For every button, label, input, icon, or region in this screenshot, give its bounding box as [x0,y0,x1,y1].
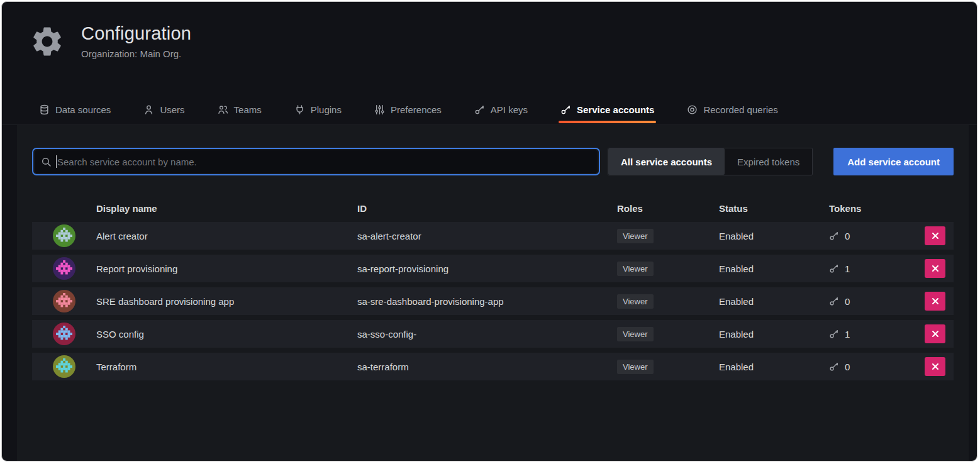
status-text: Enabled [719,362,829,372]
tab-recorded-queries[interactable]: Recorded queries [685,95,779,124]
table-row[interactable]: SRE dashboard provisioning app sa-sre-da… [32,287,954,315]
tab-users[interactable]: Users [142,95,186,124]
avatar-robot-icon [56,260,72,277]
column-display-name: Display name [96,203,357,214]
close-icon [932,297,939,305]
role-badge[interactable]: Viewer [617,327,654,341]
account-id: sa-sre-dashboard-provisioning-app [357,296,617,307]
column-tokens: Tokens [829,203,925,214]
search-input[interactable] [57,157,591,167]
account-id: sa-report-provisioning [357,263,617,274]
status-text: Enabled [719,329,829,340]
account-display-name[interactable]: SSO config [96,329,357,340]
grafana-configuration-page: Configuration Organization: Main Org. Da… [1,1,977,461]
avatar-cell [32,224,96,247]
column-status: Status [719,203,829,214]
delete-service-account-button[interactable] [925,292,945,311]
table-row[interactable]: Report provisioning sa-report-provisioni… [32,255,954,282]
tab-teams[interactable]: Teams [216,95,264,124]
config-tab-bar: Data sources Users Teams Plugins Prefere… [37,95,977,124]
delete-service-account-button[interactable] [925,259,945,278]
page-header: Configuration Organization: Main Org. [30,23,191,59]
key-icon [474,104,485,115]
account-id: sa-sso-config- [357,329,617,340]
service-account-avatar [53,290,75,312]
roles-cell: Viewer [617,294,719,309]
table-row[interactable]: SSO config sa-sso-config- Viewer Enabled… [32,320,954,348]
key-icon [829,231,839,241]
status-text: Enabled [719,231,829,241]
avatar-cell [32,355,96,378]
close-icon [932,232,939,240]
users-icon [218,104,228,115]
account-filter-toggle: All service accounts Expired tokens [608,148,813,175]
search-focus-ring [32,148,600,175]
toolbar: All service accounts Expired tokens Add … [32,148,954,175]
token-count: 0 [845,231,850,241]
roles-cell: Viewer [617,327,719,341]
delete-service-account-button[interactable] [925,226,945,245]
active-tab-underline [559,121,656,123]
close-icon [932,363,939,370]
delete-service-account-button[interactable] [925,324,945,343]
search-icon [41,157,52,167]
table-row[interactable]: Terraform sa-terraform Viewer Enabled 0 [32,353,954,380]
role-badge[interactable]: Viewer [617,262,654,276]
text-cursor [56,155,57,168]
service-accounts-panel: All service accounts Expired tokens Add … [17,125,969,461]
service-account-avatar [53,323,75,345]
add-service-account-button[interactable]: Add service account [833,148,954,175]
role-badge[interactable]: Viewer [617,294,654,309]
status-text: Enabled [719,263,829,274]
tab-plugins[interactable]: Plugins [292,95,343,124]
role-badge[interactable]: Viewer [617,360,654,374]
tokens-cell: 1 [829,263,925,274]
database-icon [39,104,50,115]
column-roles: Roles [617,203,719,214]
filter-all-service-accounts[interactable]: All service accounts [608,148,725,175]
avatar-robot-icon [56,326,72,342]
account-display-name[interactable]: SRE dashboard provisioning app [96,296,357,307]
sliders-icon [374,104,385,115]
account-id: sa-terraform [357,362,617,372]
page-title: Configuration [81,23,191,44]
filter-expired-tokens[interactable]: Expired tokens [725,148,812,175]
account-display-name[interactable]: Alert creator [96,231,357,241]
tab-api-keys[interactable]: API keys [472,95,530,124]
key-icon [829,329,839,339]
account-id: sa-alert-creator [357,231,617,241]
token-count: 1 [845,263,850,274]
page-title-block: Configuration Organization: Main Org. [81,23,191,59]
tab-data-sources[interactable]: Data sources [37,95,113,124]
record-icon [687,104,698,115]
role-badge[interactable]: Viewer [617,229,654,243]
account-display-name[interactable]: Terraform [96,362,357,372]
tab-label: Plugins [311,104,342,115]
tab-label: Teams [234,104,262,115]
column-id: ID [357,203,617,214]
tab-service-accounts[interactable]: Service accounts [559,95,656,124]
account-display-name[interactable]: Report provisioning [96,263,357,274]
tab-label: Data sources [55,104,111,115]
close-icon [932,330,939,338]
avatar-robot-icon [56,293,72,309]
delete-service-account-button[interactable] [925,357,945,376]
tab-label: Users [160,104,184,115]
roles-cell: Viewer [617,262,719,276]
table-header: Display name ID Roles Status Tokens [32,194,954,222]
page-subtitle: Organization: Main Org. [81,48,191,59]
key-icon [829,296,839,306]
gear-icon [30,24,65,59]
search-box [35,150,598,173]
tokens-cell: 0 [829,296,925,307]
tab-label: API keys [491,104,528,115]
service-accounts-table: Display name ID Roles Status Tokens Aler… [32,194,954,380]
key-icon [829,263,839,273]
tokens-cell: 0 [829,231,925,241]
avatar-cell [32,290,96,312]
key-icon [829,362,839,372]
tab-label: Recorded queries [703,104,777,115]
table-row[interactable]: Alert creator sa-alert-creator Viewer En… [32,222,954,250]
user-icon [143,104,154,115]
tab-preferences[interactable]: Preferences [372,95,443,124]
